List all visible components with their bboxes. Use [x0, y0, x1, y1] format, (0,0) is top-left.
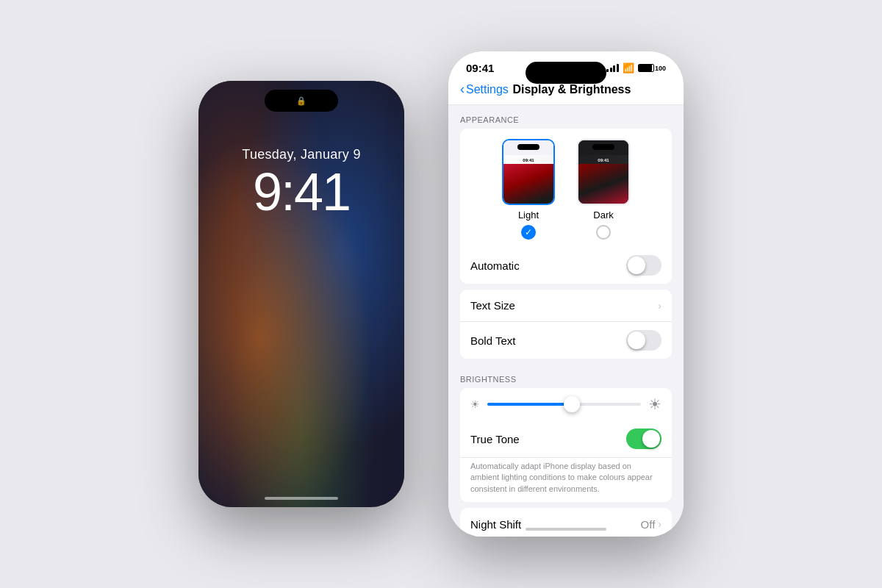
brightness-group: ☀ ☀ True Tone Automatically adapt iPhone… — [460, 388, 672, 502]
battery-percent: 100 — [655, 65, 666, 72]
text-group: Text Size › Bold Text — [460, 290, 672, 359]
dynamic-island-left: 🔒 — [265, 90, 338, 112]
automatic-row[interactable]: Automatic — [460, 247, 672, 284]
light-mode-option[interactable]: 09:41 Light ✓ — [502, 139, 555, 240]
right-phone: 09:41 📶 100 ‹ — [448, 51, 684, 537]
automatic-label: Automatic — [470, 259, 626, 272]
lock-icon: 🔒 — [296, 96, 306, 106]
night-shift-value: Off — [641, 518, 656, 531]
text-size-chevron-icon: › — [658, 300, 662, 312]
toggle-thumb — [628, 331, 645, 349]
back-button[interactable]: ‹ Settings — [460, 82, 509, 97]
bold-text-label: Bold Text — [470, 334, 626, 347]
signal-bar-3 — [613, 65, 615, 72]
status-icons: 📶 100 — [606, 62, 666, 74]
lockscreen-time: 9:41 — [253, 165, 350, 218]
light-label: Light — [518, 209, 539, 220]
true-tone-label: True Tone — [470, 433, 626, 445]
signal-bars — [606, 64, 619, 72]
battery-icon: 100 — [638, 64, 666, 72]
appearance-section-header: APPEARANCE — [448, 105, 684, 129]
sun-small-icon: ☀ — [470, 398, 480, 410]
back-label[interactable]: Settings — [466, 83, 509, 96]
wifi-icon: 📶 — [623, 62, 634, 74]
appearance-group: 09:41 Light ✓ — [460, 129, 672, 284]
text-size-row[interactable]: Text Size › — [460, 290, 672, 322]
light-radio[interactable]: ✓ — [521, 225, 536, 240]
toggle-thumb — [642, 430, 660, 448]
thumb-time-light: 09:41 — [503, 155, 553, 164]
signal-bar-2 — [610, 68, 612, 72]
text-size-label: Text Size — [470, 299, 658, 312]
slider-fill — [487, 403, 572, 406]
sun-large-icon: ☀ — [648, 395, 662, 413]
bold-text-row[interactable]: Bold Text — [460, 322, 672, 359]
status-bar: 09:41 📶 100 — [448, 51, 684, 77]
check-icon: ✓ — [525, 228, 532, 237]
lockscreen-date: Tuesday, January 9 — [242, 147, 361, 162]
toggle-thumb — [628, 257, 645, 274]
night-shift-row[interactable]: Night Shift Off › — [460, 508, 672, 537]
status-time: 09:41 — [466, 62, 494, 74]
back-chevron-icon: ‹ — [460, 82, 465, 97]
true-tone-toggle[interactable] — [626, 429, 662, 449]
dark-mode-option[interactable]: 09:41 Dark — [577, 139, 630, 240]
dark-label: Dark — [593, 209, 613, 220]
nav-title: Display & Brightness — [509, 83, 635, 96]
signal-bar-4 — [617, 64, 619, 72]
brightness-section-header: BRIGHTNESS — [448, 365, 684, 388]
dynamic-island-right — [526, 62, 606, 84]
brightness-slider[interactable] — [487, 403, 641, 406]
signal-bar-1 — [606, 69, 609, 72]
dark-radio[interactable] — [596, 225, 611, 240]
left-phone: 🔒 Tuesday, January 9 9:41 — [198, 81, 404, 507]
dark-mode-thumb[interactable]: 09:41 — [577, 139, 630, 205]
automatic-toggle[interactable] — [626, 255, 662, 276]
true-tone-row[interactable]: True Tone — [460, 420, 672, 458]
night-shift-chevron-icon: › — [658, 518, 662, 530]
true-tone-description: Automatically adapt iPhone display based… — [460, 458, 672, 502]
thumb-time-dark: 09:41 — [578, 155, 628, 164]
home-indicator-right — [526, 528, 606, 531]
brightness-slider-row[interactable]: ☀ ☀ — [460, 388, 672, 420]
appearance-selector[interactable]: 09:41 Light ✓ — [460, 129, 672, 247]
bold-text-toggle[interactable] — [626, 330, 662, 351]
light-mode-thumb[interactable]: 09:41 — [502, 139, 555, 205]
other-group: Night Shift Off › — [460, 508, 672, 537]
settings-content: APPEARANCE 09:41 — [448, 105, 684, 537]
slider-thumb[interactable] — [564, 396, 580, 412]
